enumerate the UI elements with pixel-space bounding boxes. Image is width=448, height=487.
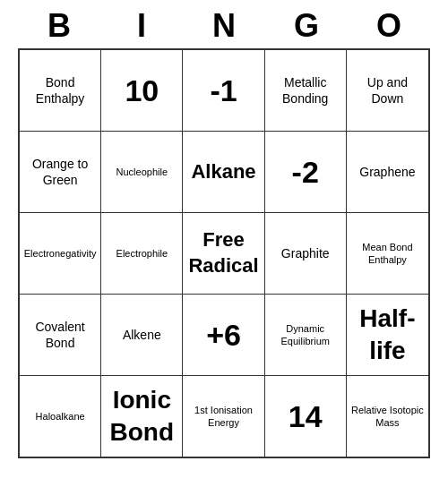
bingo-cell-0-2: -1	[183, 50, 264, 131]
bingo-grid: Bond Enthalpy10-1Metallic BondingUp and …	[18, 48, 430, 458]
bingo-cell-1-4: Graphene	[347, 132, 428, 212]
bingo-cell-3-1: Alkene	[101, 295, 183, 375]
bingo-row-1: Orange to GreenNucleophileAlkane-2Graphe…	[20, 132, 428, 213]
bingo-cell-2-1: Electrophile	[101, 213, 183, 294]
bingo-cell-3-3: Dynamic Equilibrium	[265, 295, 347, 375]
bingo-cell-0-4: Up and Down	[347, 50, 428, 131]
bingo-cell-0-3: Metallic Bonding	[265, 50, 347, 131]
bingo-cell-0-0: Bond Enthalpy	[20, 50, 101, 131]
bingo-cell-2-0: Electronegativity	[20, 213, 101, 294]
bingo-cell-3-4: Half-life	[347, 295, 428, 375]
bingo-title: BINGO	[18, 0, 430, 48]
title-letter-g: G	[271, 7, 342, 45]
bingo-cell-1-3: -2	[265, 132, 347, 212]
bingo-cell-2-4: Mean Bond Enthalpy	[347, 213, 428, 294]
bingo-cell-1-1: Nucleophile	[101, 132, 183, 212]
bingo-cell-3-2: +6	[183, 295, 264, 375]
bingo-cell-4-1: Ionic Bond	[101, 376, 183, 457]
bingo-cell-0-1: 10	[101, 50, 183, 131]
bingo-row-4: HaloalkaneIonic Bond1st Ionisation Energ…	[20, 376, 428, 457]
bingo-cell-4-0: Haloalkane	[20, 376, 101, 457]
bingo-cell-3-0: Covalent Bond	[20, 295, 101, 375]
bingo-row-0: Bond Enthalpy10-1Metallic BondingUp and …	[20, 50, 428, 132]
bingo-cell-1-0: Orange to Green	[20, 132, 101, 212]
title-letter-n: N	[188, 7, 260, 45]
title-letter-i: I	[106, 7, 177, 45]
bingo-cell-4-4: Relative Isotopic Mass	[347, 376, 428, 457]
title-letter-b: B	[23, 7, 95, 45]
bingo-cell-4-3: 14	[265, 376, 347, 457]
bingo-cell-2-2: Free Radical	[183, 213, 264, 294]
bingo-cell-2-3: Graphite	[265, 213, 347, 294]
title-letter-o: O	[353, 7, 425, 45]
bingo-row-3: Covalent BondAlkene+6Dynamic Equilibrium…	[20, 295, 428, 376]
bingo-row-2: ElectronegativityElectrophileFree Radica…	[20, 213, 428, 295]
bingo-cell-1-2: Alkane	[183, 132, 264, 212]
bingo-cell-4-2: 1st Ionisation Energy	[183, 376, 264, 457]
